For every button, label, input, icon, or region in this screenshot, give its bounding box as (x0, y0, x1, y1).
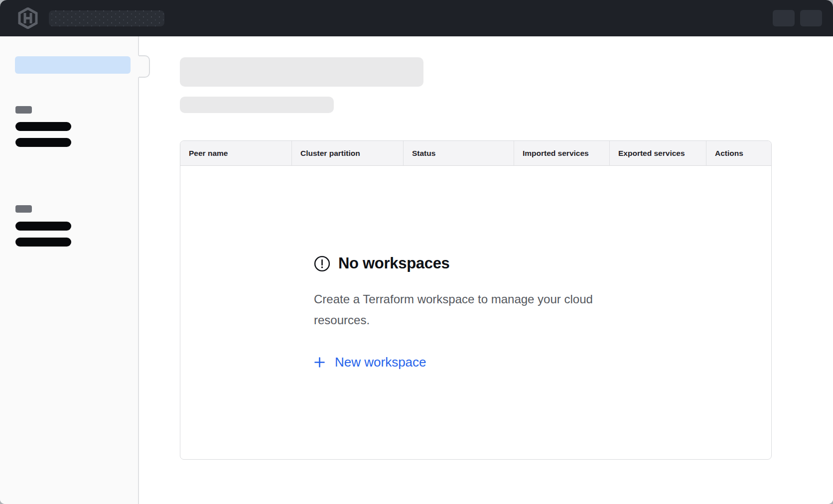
page-title-skeleton (180, 57, 423, 87)
app-window: Peer name Cluster partition Status Impor… (0, 0, 833, 504)
column-header-actions: Actions (706, 141, 771, 165)
column-header-imported-services: Imported services (514, 141, 609, 165)
column-header-exported-services: Exported services (609, 141, 706, 165)
sidebar-active-item-skeleton[interactable] (15, 56, 131, 74)
sidebar-link-skeleton[interactable] (15, 238, 71, 247)
sidebar (0, 36, 139, 504)
sidebar-link-skeleton[interactable] (15, 138, 71, 147)
page-subtitle-skeleton (180, 97, 334, 113)
empty-state: No workspaces Create a Terraform workspa… (314, 254, 638, 370)
sidebar-link-skeleton[interactable] (15, 222, 71, 231)
table-header-row: Peer name Cluster partition Status Impor… (180, 141, 771, 166)
alert-circle-icon (314, 255, 330, 272)
topbar-button-skeleton-2[interactable] (800, 10, 822, 26)
empty-state-title: No workspaces (338, 254, 450, 272)
empty-state-description: Create a Terraform workspace to manage y… (314, 289, 638, 331)
workspaces-table: Peer name Cluster partition Status Impor… (180, 140, 772, 460)
new-workspace-button[interactable]: New workspace (314, 355, 426, 370)
column-header-cluster-partition: Cluster partition (291, 141, 403, 165)
sidebar-section-heading-skeleton (15, 205, 32, 213)
column-header-status: Status (403, 141, 514, 165)
sidebar-collapse-handle[interactable] (138, 55, 150, 78)
top-navigation-bar (0, 0, 833, 36)
sidebar-section-heading-skeleton (15, 106, 32, 114)
search-input-skeleton[interactable] (49, 10, 164, 26)
column-header-peer-name: Peer name (180, 141, 291, 165)
new-workspace-button-label: New workspace (335, 355, 426, 370)
hashicorp-logo-icon[interactable] (18, 7, 38, 29)
plus-icon (314, 357, 325, 368)
main-content: Peer name Cluster partition Status Impor… (139, 36, 833, 504)
sidebar-link-skeleton[interactable] (15, 122, 71, 131)
topbar-button-skeleton-1[interactable] (773, 10, 795, 26)
